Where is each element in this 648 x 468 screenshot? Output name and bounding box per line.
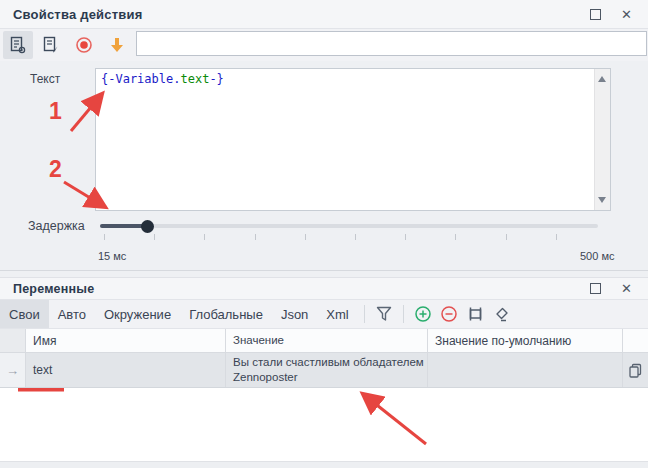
action-edit-button[interactable]	[36, 31, 66, 59]
editor-scrollbar[interactable]	[594, 69, 610, 210]
toolbar-separator	[403, 305, 404, 323]
row-indicator: →	[0, 353, 26, 387]
action-search-input[interactable]	[136, 31, 647, 56]
tab-own[interactable]: Свои	[0, 300, 49, 328]
current-row-arrow-icon: →	[6, 363, 19, 378]
delay-slider-ticks	[104, 234, 564, 240]
tab-environment[interactable]: Окружение	[95, 300, 180, 328]
toolbar-separator	[364, 305, 365, 323]
tab-auto[interactable]: Авто	[49, 300, 95, 328]
close-icon[interactable]: ✕	[621, 282, 632, 295]
copy-icon[interactable]	[627, 362, 644, 379]
column-header-value[interactable]: Значение	[226, 329, 428, 352]
text-field-label: Текст	[30, 72, 60, 86]
code-segment: {-Variable.	[101, 72, 180, 86]
text-field-editor[interactable]: {-Variable.text-}	[95, 68, 611, 211]
code-segment: text	[180, 72, 209, 86]
bounds-rect-icon	[466, 305, 484, 323]
action-properties-titlebar: Свойства действия ✕	[0, 0, 648, 29]
insert-variable-button[interactable]	[102, 31, 132, 59]
clear-button[interactable]	[488, 302, 514, 326]
column-header-default[interactable]: Значение по-умолчанию	[428, 329, 623, 352]
delay-max-label: 500 мс	[580, 250, 614, 262]
scroll-up-icon[interactable]	[598, 76, 606, 82]
delay-slider-track[interactable]	[100, 224, 598, 228]
variables-tabsbar: Свои Авто Окружение Глобальные Json Xml	[0, 300, 648, 329]
variable-macro-text: {-Variable.text-}	[96, 69, 610, 89]
tab-xml[interactable]: Xml	[317, 300, 357, 328]
document-pencil-icon	[41, 35, 61, 55]
delay-slider-thumb[interactable]	[141, 220, 154, 233]
row-actions	[623, 353, 648, 387]
filter-funnel-icon	[375, 305, 393, 323]
tab-json[interactable]: Json	[272, 300, 317, 328]
action-properties-panel: Свойства действия ✕	[0, 0, 648, 271]
header-actions	[623, 329, 648, 352]
header-gutter	[0, 329, 26, 352]
remove-variable-button[interactable]	[436, 302, 462, 326]
table-row[interactable]: → text Вы стали счастливым обладателем Z…	[0, 353, 648, 388]
panel-title: Свойства действия	[0, 7, 142, 22]
maximize-icon[interactable]	[590, 283, 601, 294]
maximize-icon[interactable]	[590, 9, 601, 20]
panel-title: Переменные	[0, 282, 94, 296]
down-arrow-icon	[107, 35, 127, 55]
variable-value-cell[interactable]: Вы стали счастливым обладателем Zennopos…	[226, 353, 428, 387]
record-button[interactable]	[69, 31, 99, 59]
variable-name-cell[interactable]: text	[26, 353, 226, 387]
minus-circle-icon	[440, 305, 458, 323]
variable-default-cell[interactable]	[428, 353, 623, 387]
plus-circle-icon	[414, 305, 432, 323]
panel-footer-strip	[0, 461, 648, 468]
action-properties-button[interactable]	[3, 31, 33, 59]
code-segment: -}	[209, 72, 223, 86]
scroll-down-icon[interactable]	[598, 197, 606, 203]
close-icon[interactable]: ✕	[621, 8, 632, 21]
delay-slider-label: Задержка	[28, 219, 85, 233]
column-header-name[interactable]: Имя	[26, 329, 226, 352]
tab-global[interactable]: Глобальные	[180, 300, 272, 328]
add-variable-button[interactable]	[410, 302, 436, 326]
document-gear-icon	[8, 35, 28, 55]
eraser-icon	[492, 305, 510, 323]
zennoposter-window: Свойства действия ✕	[0, 0, 648, 468]
table-empty-area	[0, 388, 648, 462]
variables-table-header: Имя Значение Значение по-умолчанию	[0, 329, 648, 353]
variables-titlebar: Переменные ✕	[0, 278, 648, 300]
record-icon	[74, 35, 94, 55]
delay-min-label: 15 мс	[98, 250, 126, 262]
action-toolbar	[0, 29, 648, 61]
filter-button[interactable]	[371, 302, 397, 326]
bounds-button[interactable]	[462, 302, 488, 326]
variables-panel: Переменные ✕ Свои Авто Окружение Глобаль…	[0, 277, 648, 468]
